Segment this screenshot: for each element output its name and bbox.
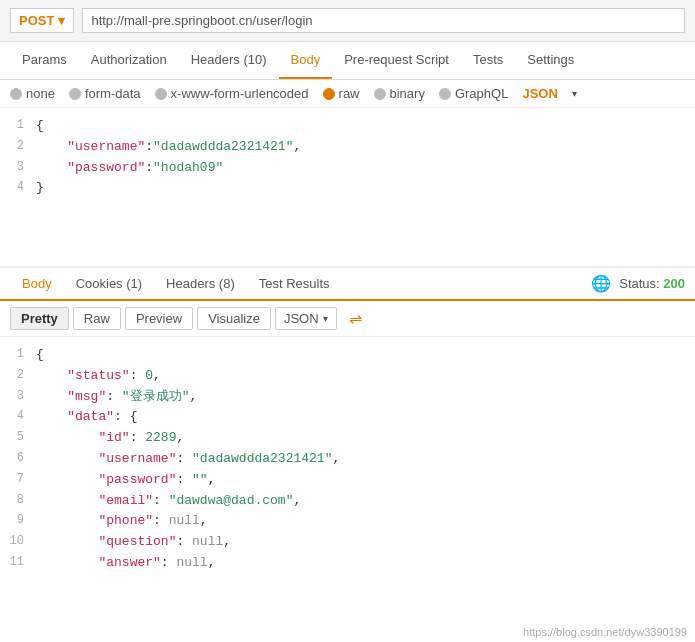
radio-none-dot <box>10 88 22 100</box>
wrap-icon[interactable]: ⇌ <box>349 309 362 328</box>
resp-line-11: 11 "answer": null, <box>0 553 695 574</box>
request-tabs-bar: Params Authorization Headers (10) Body P… <box>0 42 695 80</box>
body-type-binary-label: binary <box>390 86 425 101</box>
radio-formdata-dot <box>69 88 81 100</box>
resp-tab-headers[interactable]: Headers (8) <box>154 268 247 301</box>
method-label: POST <box>19 13 54 28</box>
resp-line-5: 5 "id": 2289, <box>0 428 695 449</box>
method-arrow: ▾ <box>58 13 65 28</box>
fmt-btn-raw[interactable]: Raw <box>73 307 121 330</box>
radio-graphql-dot <box>439 88 451 100</box>
radio-urlencoded-dot <box>155 88 167 100</box>
tab-params[interactable]: Params <box>10 42 79 79</box>
tab-tests[interactable]: Tests <box>461 42 515 79</box>
fmt-btn-pretty[interactable]: Pretty <box>10 307 69 330</box>
req-line-1: 1 { <box>0 116 695 137</box>
response-tabs-left: Body Cookies (1) Headers (8) Test Result… <box>10 268 342 299</box>
resp-json-select[interactable]: JSON ▾ <box>275 307 337 330</box>
tab-prerequest[interactable]: Pre-request Script <box>332 42 461 79</box>
resp-line-10: 10 "question": null, <box>0 532 695 553</box>
tab-headers[interactable]: Headers (10) <box>179 42 279 79</box>
resp-line-6: 6 "username": "dadawddda2321421", <box>0 449 695 470</box>
json-dropdown-arrow[interactable]: ▾ <box>572 88 577 99</box>
fmt-btn-preview[interactable]: Preview <box>125 307 193 330</box>
resp-tab-body[interactable]: Body <box>10 268 64 301</box>
resp-line-1: 1 { <box>0 345 695 366</box>
body-type-binary[interactable]: binary <box>374 86 425 101</box>
resp-line-3: 3 "msg": "登录成功", <box>0 387 695 408</box>
req-line-2: 2 "username":"dadawddda2321421", <box>0 137 695 158</box>
body-type-urlencoded[interactable]: x-www-form-urlencoded <box>155 86 309 101</box>
resp-line-7: 7 "password": "", <box>0 470 695 491</box>
radio-binary-dot <box>374 88 386 100</box>
resp-line-8: 8 "email": "dawdwa@dad.com", <box>0 491 695 512</box>
request-body-editor[interactable]: 1 { 2 "username":"dadawddda2321421", 3 "… <box>0 108 695 268</box>
body-type-formdata[interactable]: form-data <box>69 86 141 101</box>
resp-line-2: 2 "status": 0, <box>0 366 695 387</box>
resp-line-4: 4 "data": { <box>0 407 695 428</box>
body-types-bar: none form-data x-www-form-urlencoded raw… <box>0 80 695 108</box>
method-select[interactable]: POST ▾ <box>10 8 74 33</box>
tab-body[interactable]: Body <box>279 42 333 79</box>
response-tabs-bar: Body Cookies (1) Headers (8) Test Result… <box>0 268 695 301</box>
body-type-graphql-label: GraphQL <box>455 86 508 101</box>
resp-line-9: 9 "phone": null, <box>0 511 695 532</box>
response-format-bar: Pretty Raw Preview Visualize JSON ▾ ⇌ <box>0 301 695 337</box>
response-body: 1 { 2 "status": 0, 3 "msg": "登录成功", 4 "d… <box>0 337 695 577</box>
body-type-graphql[interactable]: GraphQL <box>439 86 508 101</box>
body-type-none-label: none <box>26 86 55 101</box>
body-type-none[interactable]: none <box>10 86 55 101</box>
req-line-3: 3 "password":"hodah09" <box>0 158 695 179</box>
fmt-btn-visualize[interactable]: Visualize <box>197 307 271 330</box>
body-type-urlencoded-label: x-www-form-urlencoded <box>171 86 309 101</box>
resp-json-label: JSON <box>284 311 319 326</box>
resp-json-arrow: ▾ <box>323 313 328 324</box>
req-line-4: 4 } <box>0 178 695 199</box>
globe-icon: 🌐 <box>591 274 611 293</box>
status-right: 🌐 Status: 200 <box>591 274 685 293</box>
body-type-formdata-label: form-data <box>85 86 141 101</box>
body-type-raw-label: raw <box>339 86 360 101</box>
status-badge: Status: 200 <box>619 276 685 291</box>
radio-raw-dot <box>323 88 335 100</box>
request-bar: POST ▾ <box>0 0 695 42</box>
status-200: 200 <box>663 276 685 291</box>
body-type-raw[interactable]: raw <box>323 86 360 101</box>
tab-settings[interactable]: Settings <box>515 42 586 79</box>
resp-tab-testresults[interactable]: Test Results <box>247 268 342 301</box>
resp-line-12: 12 "role": 0, <box>0 574 695 577</box>
response-section: Body Cookies (1) Headers (8) Test Result… <box>0 268 695 577</box>
url-input[interactable] <box>82 8 685 33</box>
json-format-label[interactable]: JSON <box>522 86 557 101</box>
resp-tab-cookies[interactable]: Cookies (1) <box>64 268 154 301</box>
tab-authorization[interactable]: Authorization <box>79 42 179 79</box>
